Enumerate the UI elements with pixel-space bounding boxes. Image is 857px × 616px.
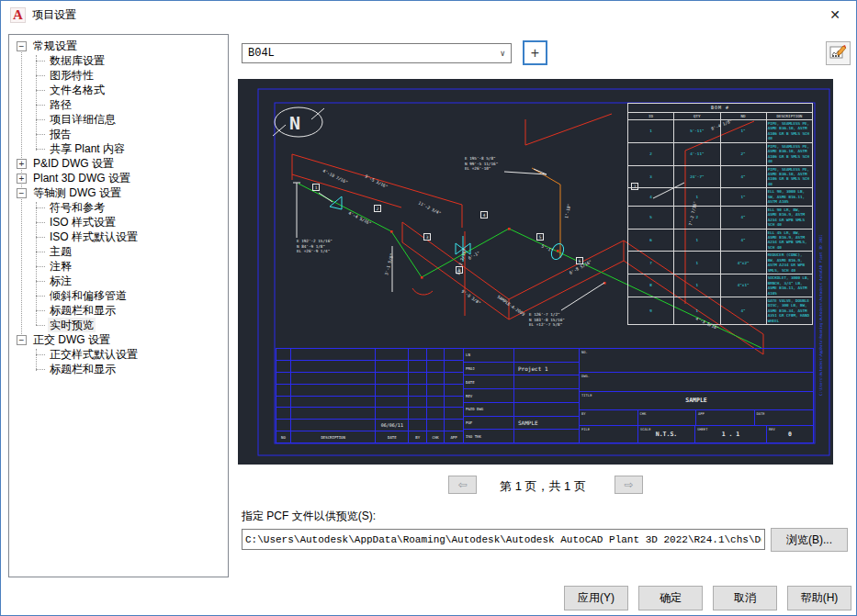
tree-item[interactable]: −常规设置 [9,39,228,53]
browse-button[interactable]: 浏览(B)... [771,528,848,552]
dimension-label: 3'-1 5/8" [384,252,394,275]
collapse-icon[interactable]: − [17,188,27,198]
tree-item[interactable]: 报告 [9,127,228,141]
field-label: FILE [581,427,590,431]
tree-item[interactable]: +P&ID DWG 设置 [9,156,228,171]
tree-item[interactable]: 标题栏和显示 [9,362,228,376]
tree-item[interactable]: 图形特性 [9,68,228,83]
iso-style-select[interactable]: B04L ∨ [242,43,512,63]
bom-cell: 1 [674,297,720,325]
cancel-button[interactable]: 取消 [713,586,777,610]
bom-cell: 2" [720,142,766,165]
tree-item[interactable]: 注释 [9,259,228,274]
tree-item[interactable]: 标注 [9,274,228,288]
field-label: SHEET [697,427,707,431]
tree-item[interactable]: +Plant 3D DWG 设置 [9,171,228,185]
new-iso-style-button[interactable]: + [523,40,547,65]
bom-cell: 4" [720,165,766,188]
coordinate-note-line: N 103'-8 15/16" [529,318,565,322]
tree-item[interactable]: 项目详细信息 [9,112,228,127]
tree-item[interactable]: 实时预览 [9,318,228,332]
revision-cell [427,361,445,372]
titleblock-right: NO.DWG.TITLESAMPLEBYCHKAPPDATEFILESCALEN… [580,349,813,442]
bom-cell: 1 [674,229,720,252]
titleblock-cell: CHK [638,410,697,426]
close-icon[interactable]: ✕ [823,5,847,25]
coordinate-note-line: EL +12'-7 5/8" [529,322,562,327]
coordinate-note-line: EL +26'-10" [465,166,491,171]
tree-item[interactable]: 正交样式默认设置 [9,347,228,362]
tree-connector [36,105,45,106]
revision-cell [276,420,291,431]
tree-item[interactable]: 符号和参考 [9,200,228,215]
revision-cell [291,397,377,408]
pcf-path-input[interactable] [242,529,765,550]
dimension-label: 4'-10 7/16" [322,168,349,185]
bom-header: DESCRIPTION [766,112,812,119]
tree-connector [36,222,45,223]
apply-button[interactable]: 应用(Y) [564,586,628,610]
tree-item[interactable]: ISO 样式设置 [9,215,228,230]
revision-cell [427,349,445,360]
revision-cell [376,385,409,396]
bom-cell: 4" [720,206,766,229]
titleblock-field-row: P&ID DWG [464,403,579,417]
field-value [580,373,813,392]
help-button[interactable]: 帮助(H) [787,586,851,610]
tree-item[interactable]: 共享 Plant 内容 [9,141,228,156]
tree-item[interactable]: 文件名格式 [9,83,228,97]
field-value: SAMPLE [580,392,813,409]
titleblock-right-row: BYCHKAPPDATE [580,410,813,427]
project-setup-dialog: A 项目设置 ✕ −常规设置数据库设置图形特性文件名格式路径项目详细信息报告共享… [0,0,857,616]
bom-cell: 8 [628,274,674,297]
edit-titleblock-button[interactable] [826,41,851,65]
coordinate-note-line: E 195'-8 5/8" [465,156,496,161]
tree-connector [36,369,45,370]
tree-item[interactable]: −等轴测 DWG 设置 [9,185,228,200]
bom-cell: 1 [674,274,720,297]
revision-cell [409,373,427,384]
previous-page-button[interactable]: ⇦ [448,476,477,494]
revision-cell [376,397,409,408]
bom-cell: GATE VALVE, DOUBLE DISC, 300 LB, BW, ASM… [766,297,812,325]
revision-row [276,361,463,373]
iso-preview: N [238,79,833,465]
revision-cell [276,361,291,372]
bom-row: 914"GATE VALVE, DOUBLE DISC, 300 LB, BW,… [628,297,813,325]
tree-item-label: 报告 [48,127,73,141]
bom-cell: 2 [628,142,674,165]
tree-item[interactable]: −正交 DWG 设置 [9,332,228,347]
coordinate-note-line: N 99'-5 11/16" [465,162,498,166]
collapse-icon[interactable]: − [17,335,27,345]
bom-cell: 1 [674,188,720,206]
revision-cell: NO [276,431,291,442]
tree-item[interactable]: 主题 [9,244,228,259]
tree-item[interactable]: 数据库设置 [9,53,228,68]
revision-table: 06/06/11NODESCRIPTIONDATEBYCHKAPP [276,349,464,442]
field-value [514,375,579,388]
expand-icon[interactable]: + [17,174,27,184]
revision-cell: CHK [427,431,445,442]
tree-item[interactable]: 倾斜和偏移管道 [9,288,228,303]
collapse-icon[interactable]: − [17,41,27,51]
bom-header: ND [720,112,766,119]
titleblock-cell: APP [696,410,755,426]
tree-item-label: 共享 Plant 内容 [48,141,127,156]
tree-item[interactable]: 标题栏和显示 [9,303,228,318]
revision-cell [409,385,427,396]
expand-icon[interactable]: + [17,159,27,169]
tree-item-label: 数据库设置 [48,53,107,68]
revision-cell [276,373,291,384]
tree-item[interactable]: ISO 样式默认设置 [9,230,228,244]
titleblock-right-row: TITLESAMPLE [580,392,813,410]
titleblock-field-row: DATE [464,375,579,389]
next-page-button[interactable]: ⇨ [615,476,643,494]
revision-cell [445,385,463,396]
revision-cell [291,361,377,372]
ok-button[interactable]: 确定 [638,586,703,610]
bom-row: 714"x2"REDUCER (CONC), BW, ASME B16.9, A… [628,252,813,274]
revision-cell [427,420,445,431]
tree-item[interactable]: 路径 [9,97,228,112]
revision-cell: DATE [376,431,409,442]
tree-connector [36,90,45,91]
